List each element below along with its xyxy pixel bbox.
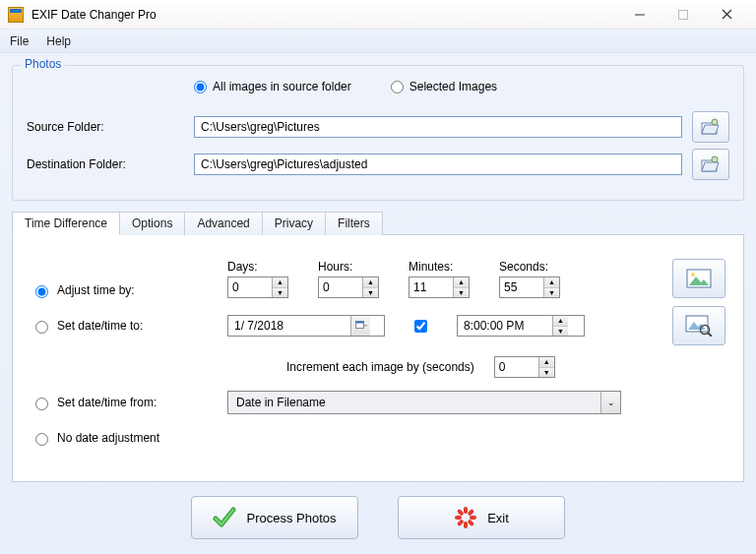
radio-set-from-label: Set date/time from:: [57, 396, 157, 409]
tab-time-difference[interactable]: Time Difference: [12, 212, 120, 235]
bottom-button-bar: Process Photos Exit: [12, 482, 744, 547]
tab-privacy[interactable]: Privacy: [262, 212, 326, 235]
svg-rect-17: [464, 507, 468, 514]
days-stepper[interactable]: ▲▼: [227, 277, 288, 298]
time-enabled-checkbox[interactable]: [414, 320, 427, 333]
window-title: EXIF Date Changer Pro: [32, 8, 157, 22]
spinner-up-icon[interactable]: ▲: [454, 277, 469, 288]
destination-folder-input[interactable]: [194, 154, 682, 175]
tabstrip: Time Difference Options Advanced Privacy…: [12, 211, 744, 234]
spinner-up-icon[interactable]: ▲: [544, 277, 559, 288]
tabpanel-time-difference: Adjust time by: Days: ▲▼ Hours:: [12, 234, 744, 482]
date-input[interactable]: [228, 316, 350, 336]
date-source-value[interactable]: [228, 392, 600, 413]
spinner-down-icon[interactable]: ▼: [539, 368, 554, 378]
checkmark-icon: [213, 507, 236, 528]
spinner-down-icon[interactable]: ▼: [363, 288, 378, 298]
minimize-button[interactable]: [618, 0, 662, 30]
hours-label: Hours:: [318, 260, 379, 274]
svg-rect-18: [464, 522, 468, 528]
close-button[interactable]: [705, 0, 748, 30]
radio-set-from-input[interactable]: [35, 398, 48, 410]
radio-all-images[interactable]: All images in source folder: [194, 80, 351, 93]
spinner-up-icon[interactable]: ▲: [553, 316, 568, 327]
radio-selected-images[interactable]: Selected Images: [391, 80, 497, 93]
tab-filters[interactable]: Filters: [325, 212, 383, 235]
radio-no-adjustment-label: No date adjustment: [57, 431, 159, 445]
svg-rect-21: [468, 509, 475, 517]
photos-legend: Photos: [21, 57, 65, 71]
svg-rect-20: [470, 516, 476, 520]
spinner-down-icon[interactable]: ▼: [273, 288, 287, 298]
hours-input[interactable]: [319, 277, 362, 297]
titlebar: EXIF Date Changer Pro: [0, 0, 756, 30]
hours-stepper[interactable]: ▲▼: [318, 277, 379, 298]
menu-help[interactable]: Help: [46, 34, 71, 48]
spinner-up-icon[interactable]: ▲: [539, 357, 554, 368]
svg-rect-23: [457, 509, 465, 517]
svg-point-7: [712, 156, 718, 162]
exit-button[interactable]: Exit: [398, 496, 565, 539]
spinner-down-icon[interactable]: ▼: [553, 327, 568, 337]
svg-point-5: [712, 119, 718, 125]
date-picker[interactable]: [227, 315, 385, 337]
menubar: File Help: [0, 30, 756, 53]
process-photos-label: Process Photos: [246, 511, 336, 525]
increment-stepper[interactable]: ▲▼: [494, 356, 555, 378]
radio-adjust-by-label: Adjust time by:: [57, 283, 135, 297]
svg-rect-19: [455, 516, 462, 520]
svg-rect-12: [355, 322, 363, 324]
svg-rect-1: [679, 10, 688, 19]
seconds-stepper[interactable]: ▲▼: [499, 277, 560, 298]
spinner-down-icon[interactable]: ▼: [454, 288, 469, 298]
browse-destination-button[interactable]: [692, 149, 729, 180]
time-picker[interactable]: ▲▼: [457, 315, 585, 337]
image-search-icon: [685, 315, 713, 337]
increment-input[interactable]: [495, 357, 538, 377]
tab-control: Time Difference Options Advanced Privacy…: [12, 211, 744, 482]
radio-set-to-input[interactable]: [35, 321, 48, 334]
minutes-stepper[interactable]: ▲▼: [409, 277, 470, 298]
calendar-dropdown-icon[interactable]: [350, 316, 370, 336]
date-source-combo[interactable]: ⌄: [227, 391, 621, 414]
maximize-button[interactable]: [662, 0, 705, 30]
radio-adjust-by-input[interactable]: [35, 285, 48, 298]
svg-rect-24: [468, 519, 475, 526]
radio-all-images-label: All images in source folder: [213, 80, 351, 93]
radio-selected-images-input[interactable]: [391, 81, 404, 93]
menu-file[interactable]: File: [10, 34, 29, 48]
source-folder-input[interactable]: [194, 116, 682, 138]
days-input[interactable]: [228, 277, 272, 297]
time-enabled-input[interactable]: [414, 320, 427, 333]
pick-reference-image-button[interactable]: [672, 259, 725, 298]
radio-selected-images-label: Selected Images: [410, 80, 497, 93]
seconds-label: Seconds:: [499, 260, 560, 274]
radio-no-adjustment-input[interactable]: [35, 433, 48, 446]
time-input[interactable]: [458, 316, 552, 336]
svg-rect-22: [457, 519, 465, 526]
chevron-down-icon[interactable]: ⌄: [600, 392, 620, 413]
source-folder-label: Source Folder:: [27, 120, 184, 134]
exit-icon: [454, 506, 477, 529]
spinner-up-icon[interactable]: ▲: [363, 277, 378, 288]
radio-all-images-input[interactable]: [194, 81, 207, 93]
content-area: Photos All images in source folder Selec…: [0, 53, 756, 554]
folder-open-icon: [701, 155, 721, 173]
minutes-label: Minutes:: [409, 260, 470, 274]
pick-target-image-button[interactable]: [672, 306, 725, 345]
seconds-input[interactable]: [500, 277, 543, 297]
exit-label: Exit: [487, 511, 509, 525]
svg-point-10: [691, 273, 695, 277]
spinner-up-icon[interactable]: ▲: [273, 277, 287, 288]
spinner-down-icon[interactable]: ▼: [544, 288, 559, 298]
folder-open-icon: [701, 118, 721, 136]
image-icon: [686, 269, 712, 288]
tab-options[interactable]: Options: [119, 212, 185, 235]
tab-advanced[interactable]: Advanced: [184, 212, 262, 235]
minutes-input[interactable]: [410, 277, 453, 297]
browse-source-button[interactable]: [692, 111, 729, 143]
process-photos-button[interactable]: Process Photos: [191, 496, 358, 539]
photos-group: Photos All images in source folder Selec…: [12, 65, 744, 201]
svg-line-16: [708, 333, 712, 337]
destination-folder-label: Destination Folder:: [27, 157, 184, 171]
